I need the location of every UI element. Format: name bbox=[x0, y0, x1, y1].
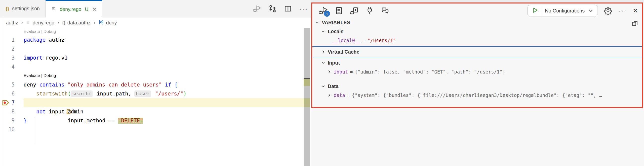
equals-sign: = bbox=[345, 93, 352, 98]
split-editor-icon[interactable] bbox=[284, 4, 292, 13]
panel-more-actions-icon[interactable]: ··· bbox=[618, 7, 626, 15]
codelens-evaluate-debug[interactable]: Evaluate | Debug bbox=[0, 28, 311, 35]
code-editor[interactable]: Evaluate | Debug 1 package authz 2 3 imp… bbox=[0, 28, 311, 134]
breadcrumb-item-rule[interactable]: deny bbox=[98, 19, 117, 26]
chevron-right-icon bbox=[321, 49, 326, 54]
editor-pane: {} settings.json deny.rego U ✕ bbox=[0, 0, 311, 166]
chevron-right-icon bbox=[327, 93, 332, 98]
line-number: 4 bbox=[0, 62, 24, 71]
line-number: 1 bbox=[0, 35, 24, 44]
rego-file-icon bbox=[51, 6, 57, 13]
breadcrumb-item-file[interactable]: deny.rego bbox=[26, 20, 54, 26]
line-number: 9 bbox=[0, 116, 24, 125]
debug-panel-controls: No Configurations ··· ✕ bbox=[528, 5, 638, 17]
more-actions-icon[interactable]: ··· bbox=[299, 5, 308, 13]
equals-sign: = bbox=[360, 38, 367, 43]
code-line-6[interactable]: 6 startswith(search: input.path, base: "… bbox=[0, 89, 311, 98]
breadcrumb: authz › deny.rego › {} data.authz › deny bbox=[0, 18, 311, 28]
chevron-right-icon bbox=[327, 69, 332, 74]
line-number: 6 bbox=[0, 89, 24, 98]
chevron-down-icon bbox=[321, 29, 326, 34]
equals-sign: = bbox=[348, 69, 354, 74]
line-number: 5 bbox=[0, 80, 24, 89]
codelens-row[interactable]: Evaluate | Debug bbox=[0, 71, 311, 80]
debug-session-badge: 1 bbox=[324, 11, 330, 17]
breadcrumb-separator: › bbox=[21, 20, 23, 26]
overview-ruler-selection-mark bbox=[304, 79, 310, 86]
rego-file-icon bbox=[26, 20, 31, 26]
editor-left-border bbox=[2, 18, 2, 166]
panel-close-icon[interactable]: ✕ bbox=[632, 7, 638, 15]
debug-panel-header: 1 bbox=[312, 4, 642, 18]
chevron-down-icon bbox=[321, 60, 326, 65]
debug-console-icon[interactable] bbox=[350, 6, 359, 16]
git-status-badge: U bbox=[85, 7, 88, 12]
code-line-10[interactable]: 10 bbox=[0, 125, 311, 134]
panel-top-strip bbox=[311, 0, 644, 3]
tab-deny-rego[interactable]: deny.rego U ✕ bbox=[46, 0, 102, 18]
code-line-4[interactable]: 4 bbox=[0, 62, 311, 71]
breadcrumb-item-authz[interactable]: authz bbox=[6, 20, 18, 26]
debug-run-icon[interactable] bbox=[253, 4, 262, 13]
locals-group-header[interactable]: Locals bbox=[312, 27, 642, 36]
data-group-header[interactable]: Data bbox=[312, 82, 642, 91]
overview-ruler-line-mark bbox=[304, 98, 310, 107]
variable-name: data bbox=[334, 93, 345, 98]
code-line-8[interactable]: 8 not input.admin bbox=[0, 107, 311, 116]
chevron-down-icon bbox=[588, 8, 594, 14]
editor-toolbar: ··· bbox=[253, 0, 308, 18]
chevron-down-icon bbox=[321, 84, 326, 89]
chevron-down-icon bbox=[315, 20, 320, 25]
play-icon[interactable] bbox=[531, 7, 539, 15]
comments-icon[interactable] bbox=[380, 6, 390, 16]
code-line-2[interactable]: 2 bbox=[0, 44, 311, 53]
variables-section-header[interactable]: VARIABLES bbox=[312, 18, 642, 27]
code-line-7-current[interactable]: 7 input.method == "DELETE" bbox=[0, 98, 311, 107]
scrollbar[interactable] bbox=[304, 28, 310, 166]
compare-changes-icon[interactable] bbox=[268, 4, 277, 13]
variable-value: {"admin": false, "method": "GET", "path"… bbox=[355, 69, 505, 74]
line-number: 2 bbox=[0, 44, 24, 53]
plug-icon[interactable] bbox=[365, 6, 374, 16]
json-braces-icon: {} bbox=[62, 20, 66, 25]
line-number: 3 bbox=[0, 53, 24, 62]
gear-icon[interactable] bbox=[604, 7, 612, 15]
debug-alt-icon[interactable]: 1 bbox=[319, 6, 328, 16]
code-line-3[interactable]: 3 import rego.v1 bbox=[0, 53, 311, 62]
tab-bar: {} settings.json deny.rego U ✕ bbox=[0, 0, 311, 18]
json-braces-icon: {} bbox=[6, 6, 9, 12]
breadcrumb-item-package[interactable]: {} data.authz bbox=[62, 20, 90, 26]
variable-name: input bbox=[334, 69, 348, 74]
notebook-icon[interactable] bbox=[334, 6, 344, 16]
line-number bbox=[0, 71, 24, 80]
debug-panel-tabs: 1 bbox=[319, 6, 390, 16]
code-line-5[interactable]: 5 deny contains "only admins can delete … bbox=[0, 80, 311, 89]
breadcrumb-separator: › bbox=[94, 20, 96, 26]
codelens-evaluate-debug: Evaluate | Debug bbox=[24, 71, 311, 79]
variable-value: "/users/1" bbox=[368, 38, 396, 43]
rule-symbol-icon bbox=[98, 19, 104, 26]
code-line-9[interactable]: 9 } bbox=[0, 116, 311, 125]
pill-divider bbox=[541, 5, 542, 16]
configuration-label: No Configurations bbox=[545, 8, 584, 14]
variable-name: __local0__ bbox=[332, 38, 360, 43]
local0-variable-row[interactable]: __local0__ = "/users/1" bbox=[312, 36, 642, 45]
collapse-all-icon[interactable] bbox=[631, 19, 638, 28]
vscode-window: {} settings.json deny.rego U ✕ bbox=[0, 0, 644, 166]
tab-label: deny.rego bbox=[60, 7, 81, 12]
code-line-1[interactable]: 1 package authz bbox=[0, 35, 311, 44]
launch-configuration-dropdown[interactable]: No Configurations bbox=[528, 5, 598, 17]
virtual-cache-group-header[interactable]: Virtual Cache bbox=[312, 46, 642, 57]
variable-value: {"system": {"bundles": {"file:///Users/c… bbox=[352, 93, 602, 98]
tab-label: settings.json bbox=[12, 6, 40, 12]
tab-close-icon[interactable]: ✕ bbox=[92, 6, 97, 12]
data-variable-row[interactable]: data = {"system": {"bundles": {"file:///… bbox=[312, 91, 642, 100]
inlay-hint: base: bbox=[134, 91, 151, 97]
line-number: 10 bbox=[0, 125, 24, 134]
debug-variables-panel: 1 bbox=[311, 3, 643, 108]
tab-settings-json[interactable]: {} settings.json bbox=[0, 0, 46, 17]
input-group-header[interactable]: Input bbox=[312, 58, 642, 67]
input-variable-row[interactable]: input = {"admin": false, "method": "GET"… bbox=[312, 67, 642, 76]
breadcrumb-separator: › bbox=[58, 20, 59, 26]
line-number: 8 bbox=[0, 107, 24, 116]
